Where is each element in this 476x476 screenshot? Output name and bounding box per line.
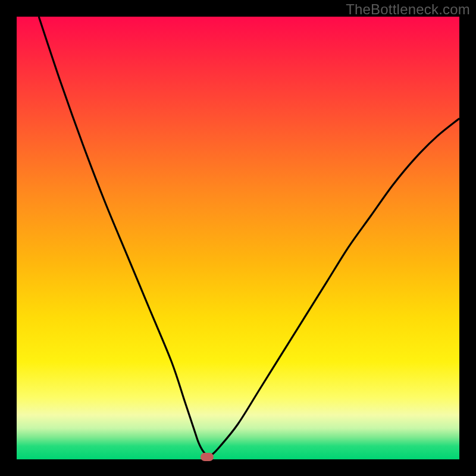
chart-frame: TheBottleneck.com — [0, 0, 476, 476]
watermark-text: TheBottleneck.com — [346, 1, 470, 18]
bottleneck-curve-path — [39, 17, 459, 456]
curve-svg — [17, 17, 459, 459]
plot-area — [17, 17, 459, 459]
minimum-marker — [201, 453, 214, 461]
